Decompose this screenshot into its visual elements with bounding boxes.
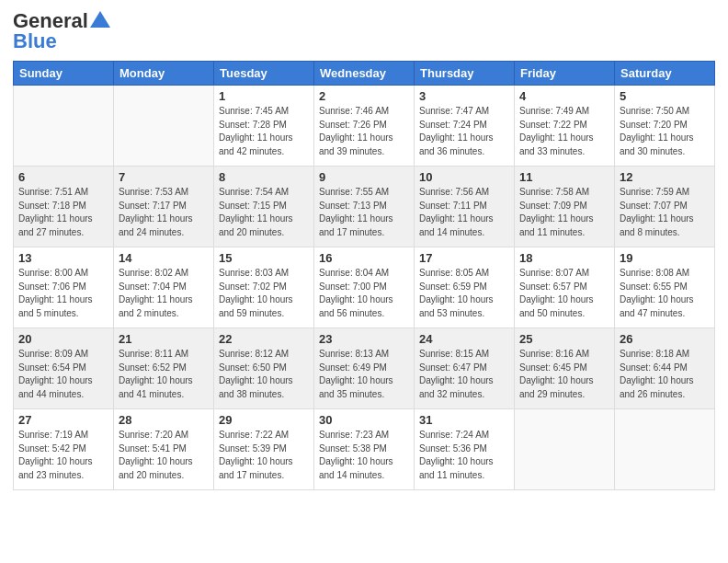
day-number: 18 xyxy=(519,251,609,265)
day-info: Sunrise: 8:04 AM Sunset: 7:00 PM Dayligh… xyxy=(319,267,409,320)
calendar-day-cell: 6Sunrise: 7:51 AM Sunset: 7:18 PM Daylig… xyxy=(14,167,114,247)
day-number: 8 xyxy=(219,170,309,184)
day-info: Sunrise: 8:05 AM Sunset: 6:59 PM Dayligh… xyxy=(419,267,509,320)
day-number: 14 xyxy=(119,251,209,265)
calendar-day-cell: 3Sunrise: 7:47 AM Sunset: 7:24 PM Daylig… xyxy=(415,86,515,167)
calendar-day-cell: 24Sunrise: 8:15 AM Sunset: 6:47 PM Dayli… xyxy=(415,328,515,409)
calendar-day-header: Wednesday xyxy=(314,62,415,86)
day-info: Sunrise: 8:03 AM Sunset: 7:02 PM Dayligh… xyxy=(219,267,309,320)
calendar-day-cell: 18Sunrise: 8:07 AM Sunset: 6:57 PM Dayli… xyxy=(515,247,615,328)
header: General Blue xyxy=(13,9,715,53)
day-number: 25 xyxy=(519,332,609,346)
page: General Blue SundayMondayTuesdayWednesda… xyxy=(0,0,728,500)
day-info: Sunrise: 8:07 AM Sunset: 6:57 PM Dayligh… xyxy=(519,267,609,320)
day-info: Sunrise: 7:19 AM Sunset: 5:42 PM Dayligh… xyxy=(18,429,108,482)
day-number: 7 xyxy=(119,170,209,184)
day-number: 28 xyxy=(119,413,209,427)
calendar-day-cell: 22Sunrise: 8:12 AM Sunset: 6:50 PM Dayli… xyxy=(214,328,314,409)
calendar-day-cell: 10Sunrise: 7:56 AM Sunset: 7:11 PM Dayli… xyxy=(415,167,515,247)
calendar-header-row: SundayMondayTuesdayWednesdayThursdayFrid… xyxy=(14,62,715,86)
calendar-day-cell xyxy=(114,86,214,167)
day-info: Sunrise: 7:56 AM Sunset: 7:11 PM Dayligh… xyxy=(419,186,509,239)
calendar-day-cell: 25Sunrise: 8:16 AM Sunset: 6:45 PM Dayli… xyxy=(515,328,615,409)
day-number: 22 xyxy=(219,332,309,346)
day-number: 11 xyxy=(519,170,609,184)
day-number: 31 xyxy=(419,413,509,427)
calendar-week-row: 27Sunrise: 7:19 AM Sunset: 5:42 PM Dayli… xyxy=(14,409,715,490)
calendar-day-header: Monday xyxy=(114,62,214,86)
calendar-day-header: Saturday xyxy=(615,62,715,86)
calendar-day-cell: 11Sunrise: 7:58 AM Sunset: 7:09 PM Dayli… xyxy=(515,167,615,247)
day-number: 3 xyxy=(419,89,509,103)
calendar-week-row: 1Sunrise: 7:45 AM Sunset: 7:28 PM Daylig… xyxy=(14,86,715,167)
day-number: 4 xyxy=(519,89,609,103)
day-number: 21 xyxy=(119,332,209,346)
day-info: Sunrise: 7:58 AM Sunset: 7:09 PM Dayligh… xyxy=(519,186,609,239)
day-info: Sunrise: 7:45 AM Sunset: 7:28 PM Dayligh… xyxy=(219,105,309,158)
day-info: Sunrise: 7:59 AM Sunset: 7:07 PM Dayligh… xyxy=(620,186,710,239)
calendar-day-cell: 15Sunrise: 8:03 AM Sunset: 7:02 PM Dayli… xyxy=(214,247,314,328)
day-number: 20 xyxy=(18,332,108,346)
day-info: Sunrise: 7:55 AM Sunset: 7:13 PM Dayligh… xyxy=(319,186,409,239)
day-number: 6 xyxy=(18,170,108,184)
logo-icon xyxy=(90,11,110,28)
calendar-day-cell: 29Sunrise: 7:22 AM Sunset: 5:39 PM Dayli… xyxy=(214,409,314,490)
day-info: Sunrise: 8:16 AM Sunset: 6:45 PM Dayligh… xyxy=(519,348,609,401)
day-number: 24 xyxy=(419,332,509,346)
day-number: 12 xyxy=(620,170,710,184)
calendar-day-header: Sunday xyxy=(14,62,114,86)
calendar-day-header: Tuesday xyxy=(214,62,314,86)
day-info: Sunrise: 7:46 AM Sunset: 7:26 PM Dayligh… xyxy=(319,105,409,158)
day-number: 5 xyxy=(620,89,710,103)
calendar-day-cell: 9Sunrise: 7:55 AM Sunset: 7:13 PM Daylig… xyxy=(314,167,415,247)
calendar-day-cell xyxy=(515,409,615,490)
svg-marker-0 xyxy=(90,11,110,28)
calendar-day-cell: 23Sunrise: 8:13 AM Sunset: 6:49 PM Dayli… xyxy=(314,328,415,409)
day-info: Sunrise: 7:47 AM Sunset: 7:24 PM Dayligh… xyxy=(419,105,509,158)
day-number: 15 xyxy=(219,251,309,265)
day-info: Sunrise: 7:54 AM Sunset: 7:15 PM Dayligh… xyxy=(219,186,309,239)
day-info: Sunrise: 7:20 AM Sunset: 5:41 PM Dayligh… xyxy=(119,429,209,482)
calendar: SundayMondayTuesdayWednesdayThursdayFrid… xyxy=(13,61,715,490)
calendar-day-cell: 31Sunrise: 7:24 AM Sunset: 5:36 PM Dayli… xyxy=(415,409,515,490)
day-number: 10 xyxy=(419,170,509,184)
calendar-day-cell: 12Sunrise: 7:59 AM Sunset: 7:07 PM Dayli… xyxy=(615,167,715,247)
calendar-week-row: 6Sunrise: 7:51 AM Sunset: 7:18 PM Daylig… xyxy=(14,167,715,247)
calendar-day-cell: 2Sunrise: 7:46 AM Sunset: 7:26 PM Daylig… xyxy=(314,86,415,167)
day-number: 2 xyxy=(319,89,409,103)
calendar-day-cell: 8Sunrise: 7:54 AM Sunset: 7:15 PM Daylig… xyxy=(214,167,314,247)
day-number: 9 xyxy=(319,170,409,184)
day-info: Sunrise: 7:50 AM Sunset: 7:20 PM Dayligh… xyxy=(620,105,710,158)
calendar-day-cell: 13Sunrise: 8:00 AM Sunset: 7:06 PM Dayli… xyxy=(14,247,114,328)
day-info: Sunrise: 8:13 AM Sunset: 6:49 PM Dayligh… xyxy=(319,348,409,401)
day-info: Sunrise: 8:00 AM Sunset: 7:06 PM Dayligh… xyxy=(18,267,108,320)
calendar-day-cell: 27Sunrise: 7:19 AM Sunset: 5:42 PM Dayli… xyxy=(14,409,114,490)
calendar-week-row: 13Sunrise: 8:00 AM Sunset: 7:06 PM Dayli… xyxy=(14,247,715,328)
day-number: 30 xyxy=(319,413,409,427)
calendar-day-header: Friday xyxy=(515,62,615,86)
calendar-day-header: Thursday xyxy=(415,62,515,86)
calendar-week-row: 20Sunrise: 8:09 AM Sunset: 6:54 PM Dayli… xyxy=(14,328,715,409)
day-info: Sunrise: 7:51 AM Sunset: 7:18 PM Dayligh… xyxy=(18,186,108,239)
day-number: 17 xyxy=(419,251,509,265)
logo: General Blue xyxy=(13,9,110,53)
calendar-day-cell: 14Sunrise: 8:02 AM Sunset: 7:04 PM Dayli… xyxy=(114,247,214,328)
day-info: Sunrise: 7:49 AM Sunset: 7:22 PM Dayligh… xyxy=(519,105,609,158)
day-info: Sunrise: 8:02 AM Sunset: 7:04 PM Dayligh… xyxy=(119,267,209,320)
calendar-day-cell: 7Sunrise: 7:53 AM Sunset: 7:17 PM Daylig… xyxy=(114,167,214,247)
day-info: Sunrise: 8:11 AM Sunset: 6:52 PM Dayligh… xyxy=(119,348,209,401)
day-info: Sunrise: 8:08 AM Sunset: 6:55 PM Dayligh… xyxy=(620,267,710,320)
calendar-day-cell xyxy=(615,409,715,490)
day-info: Sunrise: 7:24 AM Sunset: 5:36 PM Dayligh… xyxy=(419,429,509,482)
calendar-day-cell: 21Sunrise: 8:11 AM Sunset: 6:52 PM Dayli… xyxy=(114,328,214,409)
day-number: 27 xyxy=(18,413,108,427)
logo-blue-text: Blue xyxy=(13,29,57,53)
calendar-day-cell: 19Sunrise: 8:08 AM Sunset: 6:55 PM Dayli… xyxy=(615,247,715,328)
calendar-day-cell: 5Sunrise: 7:50 AM Sunset: 7:20 PM Daylig… xyxy=(615,86,715,167)
day-info: Sunrise: 7:53 AM Sunset: 7:17 PM Dayligh… xyxy=(119,186,209,239)
day-info: Sunrise: 8:15 AM Sunset: 6:47 PM Dayligh… xyxy=(419,348,509,401)
calendar-day-cell: 26Sunrise: 8:18 AM Sunset: 6:44 PM Dayli… xyxy=(615,328,715,409)
day-info: Sunrise: 8:18 AM Sunset: 6:44 PM Dayligh… xyxy=(620,348,710,401)
calendar-day-cell xyxy=(14,86,114,167)
day-info: Sunrise: 7:22 AM Sunset: 5:39 PM Dayligh… xyxy=(219,429,309,482)
